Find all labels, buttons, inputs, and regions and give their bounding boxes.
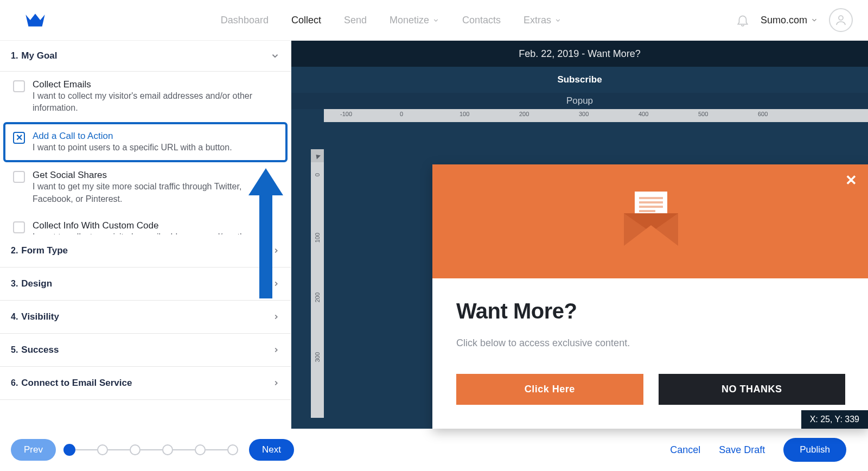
popup-hero: ✕	[432, 164, 868, 278]
section-num: 1.	[11, 51, 18, 60]
preview-area: Feb. 22, 2019 - Want More? Subscribe Pop…	[291, 41, 868, 429]
sidebar: 1.My Goal Collect EmailsI want to collec…	[0, 41, 291, 429]
footer: Prev Next Cancel Save Draft Publish	[0, 429, 868, 471]
goal-title: Add a Call to Action	[33, 131, 232, 142]
chevron-down-icon	[810, 16, 818, 24]
checkbox[interactable]	[13, 221, 25, 233]
goal-option[interactable]: Get Social SharesI want to get my site m…	[0, 162, 291, 213]
close-icon[interactable]: ✕	[845, 172, 857, 189]
step-dot[interactable]	[227, 444, 238, 455]
ruler-horizontal: -1000100200300400500600	[324, 109, 868, 122]
svg-point-0	[839, 16, 843, 20]
popup-decline-button[interactable]: NO THANKS	[659, 374, 846, 405]
chevron-down-icon	[270, 51, 280, 61]
popup-buttons: Click Here NO THANKS	[456, 374, 845, 405]
popup-cta-button[interactable]: Click Here	[456, 374, 643, 405]
accordion-section[interactable]: 4.Visibility	[0, 301, 291, 334]
svg-rect-2	[639, 197, 663, 199]
popup-preview[interactable]: ✕ Want More? Click below	[432, 164, 868, 429]
accordion-section-my-goal[interactable]: 1.My Goal	[0, 41, 291, 72]
goal-title: Collect Info With Custom Code	[33, 220, 278, 231]
chevron-right-icon	[272, 346, 280, 354]
nav-center: DashboardCollectSendMonetize ContactsExt…	[47, 15, 736, 26]
popup-para[interactable]: Click below to access exclusive content.	[456, 338, 845, 349]
preview-title: Feb. 22, 2019 - Want More?	[291, 41, 868, 67]
nav-item-extras[interactable]: Extras	[524, 15, 561, 26]
nav-item-collect[interactable]: Collect	[291, 15, 321, 26]
bell-icon[interactable]	[736, 13, 750, 27]
avatar[interactable]	[829, 8, 853, 32]
goal-option[interactable]: Collect Info With Custom CodeI want to c…	[0, 213, 291, 234]
site-name: Sumo.com	[761, 15, 807, 26]
accordion-section[interactable]: 3.Design	[0, 268, 291, 301]
nav-right: Sumo.com	[736, 8, 853, 32]
checkbox[interactable]: ✕	[13, 132, 25, 144]
step-dot[interactable]	[162, 444, 173, 455]
top-nav: DashboardCollectSendMonetize ContactsExt…	[0, 0, 868, 41]
goal-desc: I want to point users to a specific URL …	[33, 142, 232, 154]
goal-desc: I want to collect my visitor's email add…	[33, 90, 278, 114]
next-button[interactable]: Next	[249, 439, 294, 461]
goal-list: Collect EmailsI want to collect my visit…	[0, 72, 291, 234]
stepper	[63, 444, 238, 456]
cancel-button[interactable]: Cancel	[670, 444, 700, 456]
chevron-down-icon	[432, 17, 439, 24]
canvas: -1000100200300400500600	[311, 109, 868, 122]
main: 1.My Goal Collect EmailsI want to collec…	[0, 41, 868, 429]
goal-option[interactable]: ✕Add a Call to ActionI want to point use…	[3, 122, 288, 162]
publish-button[interactable]: Publish	[783, 438, 846, 462]
step-dot[interactable]	[195, 444, 206, 455]
save-draft-button[interactable]: Save Draft	[719, 444, 765, 456]
checkbox[interactable]	[13, 171, 25, 183]
site-dropdown[interactable]: Sumo.com	[761, 15, 818, 26]
goal-option[interactable]: Collect EmailsI want to collect my visit…	[0, 72, 291, 122]
popup-body: Want More? Click below to access exclusi…	[432, 278, 868, 429]
nav-item-send[interactable]: Send	[344, 15, 367, 26]
goal-desc: I want to collect my visitor's email add…	[33, 231, 278, 234]
envelope-icon	[618, 192, 684, 251]
svg-rect-3	[639, 201, 663, 203]
goal-desc: I want to get my site more social traffi…	[33, 181, 278, 205]
section-title: My Goal	[21, 50, 57, 61]
goal-title: Get Social Shares	[33, 170, 278, 181]
user-icon	[834, 14, 847, 27]
step-dot[interactable]	[97, 444, 108, 455]
accordion-section[interactable]: 6.Connect to Email Service	[0, 367, 291, 400]
chevron-right-icon	[272, 379, 280, 387]
crown-logo-icon	[24, 11, 47, 29]
checkbox[interactable]	[13, 80, 25, 92]
chevron-right-icon	[272, 247, 280, 254]
ruler-vertical: 0100200300	[311, 162, 324, 418]
chevron-right-icon	[272, 313, 280, 321]
nav-item-monetize[interactable]: Monetize	[390, 15, 439, 26]
svg-rect-4	[639, 206, 663, 208]
accordion-section[interactable]: 2.Form Type	[0, 234, 291, 268]
goal-title: Collect Emails	[33, 79, 278, 90]
prev-button[interactable]: Prev	[11, 439, 56, 461]
nav-item-dashboard[interactable]: Dashboard	[221, 15, 269, 26]
accordion-section[interactable]: 5.Success	[0, 334, 291, 367]
preview-subtitle[interactable]: Subscribe	[291, 67, 868, 93]
chevron-right-icon	[272, 280, 280, 288]
nav-item-contacts[interactable]: Contacts	[462, 15, 501, 26]
step-dot[interactable]	[130, 444, 141, 455]
popup-heading[interactable]: Want More?	[456, 299, 845, 323]
step-dot[interactable]	[63, 444, 75, 456]
chevron-down-icon	[554, 17, 561, 24]
preview-tab[interactable]: Popup	[291, 93, 868, 109]
ruler-corner	[311, 149, 324, 162]
xy-coords: X: 25, Y: 339	[801, 410, 868, 429]
svg-rect-5	[639, 210, 655, 212]
